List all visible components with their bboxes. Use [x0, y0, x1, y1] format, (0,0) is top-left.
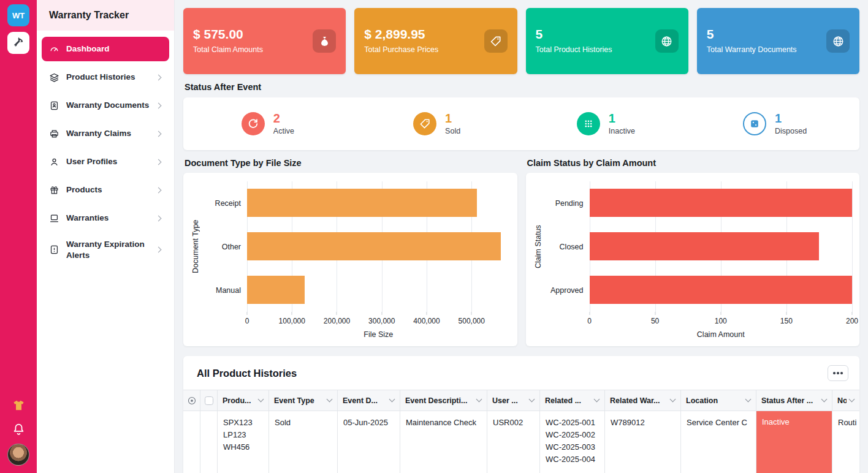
sidebar-item-warranty-documents[interactable]: Warranty Documents	[42, 93, 169, 118]
column-header-status-after[interactable]: Status After ...	[756, 390, 832, 411]
select-all-checkbox[interactable]	[205, 396, 213, 405]
cell-line: W789012	[611, 417, 675, 429]
status-count: 1	[445, 112, 460, 124]
column-header-event-type[interactable]: Event Type	[269, 390, 338, 411]
column-header-related[interactable]: Related ...	[540, 390, 605, 411]
row-select-cell[interactable]	[200, 411, 218, 473]
chevron-down-icon	[258, 398, 264, 403]
x-tick-label: 100,000	[279, 317, 305, 325]
chevron-right-icon	[156, 131, 162, 137]
rocket-icon[interactable]	[7, 32, 29, 54]
tick-mark	[786, 312, 786, 315]
bar-closed	[590, 232, 820, 260]
column-header-event-d[interactable]: Event D...	[338, 390, 400, 411]
cell-event-type[interactable]: Sold	[269, 411, 338, 473]
user-avatar[interactable]	[7, 444, 29, 466]
stat-card-value: 5	[707, 27, 797, 42]
status-section-title: Status After Event	[185, 82, 858, 92]
stat-card-text: $ 2,899.95Total Purchase Prices	[364, 27, 438, 55]
sidebar-item-warranties[interactable]: Warranties	[42, 206, 169, 230]
column-header-notes[interactable]: Notes	[832, 390, 859, 411]
stat-card-total-claim-amounts: $ 575.00Total Claim Amounts	[183, 8, 346, 74]
cell-line: WC-2025-003	[546, 441, 599, 453]
column-visibility-button[interactable]	[183, 390, 200, 411]
cell-line: LP123	[223, 429, 263, 441]
sidebar-item-dashboard[interactable]: Dashboard	[42, 37, 169, 61]
status-text: 2Active	[273, 112, 294, 135]
cell-related-warranty[interactable]: W789012	[605, 411, 681, 473]
sidebar-item-warranty-claims[interactable]: Warranty Claims	[42, 121, 169, 146]
sidebar-header: Warranty Tracker	[37, 0, 174, 31]
x-tick-label: 500,000	[459, 317, 485, 325]
column-header-location[interactable]: Location	[681, 390, 756, 411]
chevron-down-icon	[389, 398, 395, 403]
sidebar-item-user-profiles[interactable]: User Profiles	[42, 149, 169, 174]
bar-row	[590, 225, 853, 268]
chevron-right-icon	[156, 187, 162, 193]
category-label: Pending	[546, 181, 590, 225]
column-header-user[interactable]: User ...	[487, 390, 540, 411]
sidebar-item-label: User Profiles	[66, 156, 150, 167]
plot-area	[247, 181, 510, 312]
cell-status-after-event[interactable]: Inactive	[756, 411, 832, 473]
cell-line: WC-2025-004	[546, 453, 599, 466]
charts-row: Document Type by File Size Document Type…	[183, 151, 859, 346]
sidebar-item-label: Warranty Documents	[66, 100, 150, 111]
cell-location[interactable]: Service Center C	[681, 411, 756, 473]
tick-mark	[655, 312, 655, 315]
x-tick-label: 50	[651, 317, 659, 325]
stat-card-value: $ 575.00	[193, 27, 263, 42]
y-axis-title: Claim Status	[531, 181, 546, 312]
status-count: 1	[609, 112, 635, 124]
x-axis-title: Claim Amount	[590, 329, 853, 342]
column-header-event-descripti[interactable]: Event Descripti...	[400, 390, 487, 411]
cell-line: Sold	[275, 417, 332, 429]
bell-icon[interactable]	[10, 421, 26, 437]
cell-user[interactable]: USR002	[487, 411, 540, 473]
table-menu-button[interactable]	[828, 365, 848, 381]
contact-book-icon	[49, 100, 59, 111]
sidebar-item-product-histories[interactable]: Product Histories	[42, 65, 169, 89]
column-header-label: Related ...	[545, 396, 592, 405]
column-header-produ[interactable]: Produ...	[218, 390, 269, 411]
dots-grid-icon	[577, 112, 600, 135]
bar-approved	[590, 276, 853, 304]
sidebar-item-warranty-expiration-alerts[interactable]: Warranty Expiration Alerts	[42, 234, 169, 265]
tick-mark	[471, 312, 472, 315]
product-histories-table-card: All Product Histories Produ...Event Type…	[183, 356, 859, 473]
chevron-down-icon	[529, 398, 535, 403]
x-tick-label: 400,000	[413, 317, 440, 325]
shirt-icon[interactable]	[10, 397, 26, 413]
cell-product[interactable]: SPX123LP123WH456	[218, 411, 269, 473]
layers-icon	[49, 72, 59, 83]
cell-line: Service Center C	[687, 417, 750, 429]
tick-mark	[720, 312, 721, 315]
refresh-icon	[242, 112, 265, 135]
y-axis-tick-labels: PendingClosedApproved	[546, 181, 590, 312]
sidebar-item-products[interactable]: Products	[42, 178, 169, 202]
globe-icon	[826, 29, 850, 53]
ellipsis-icon	[837, 372, 839, 374]
status-label: Active	[273, 127, 294, 135]
category-label: Other	[203, 225, 247, 268]
chevron-down-icon	[476, 398, 482, 403]
chevron-down-icon	[327, 398, 332, 403]
bar-row	[247, 181, 510, 225]
select-all-header[interactable]	[200, 390, 218, 411]
cell-notes[interactable]: Routi	[832, 411, 859, 473]
tag-icon	[484, 29, 508, 53]
column-header-related-war[interactable]: Related War...	[605, 390, 681, 411]
stat-card-text: 5Total Product Histories	[536, 27, 612, 55]
row-gutter-cell	[183, 411, 200, 473]
app-logo[interactable]: WT	[7, 4, 29, 26]
cell-event-description[interactable]: Maintenance Check	[400, 411, 487, 473]
money-bag-icon	[313, 29, 336, 53]
cell-event-date[interactable]: 05-Jun-2025	[338, 411, 400, 473]
tick-mark	[247, 312, 248, 315]
cell-line: SPX123	[223, 417, 263, 429]
cell-related-warranty-claims[interactable]: WC-2025-001WC-2025-002WC-2025-003WC-2025…	[540, 411, 605, 473]
gridline	[852, 181, 853, 312]
chevron-down-icon	[594, 398, 600, 403]
sidebar-item-label: Products	[66, 184, 150, 195]
cell-line: Routi	[838, 417, 854, 429]
